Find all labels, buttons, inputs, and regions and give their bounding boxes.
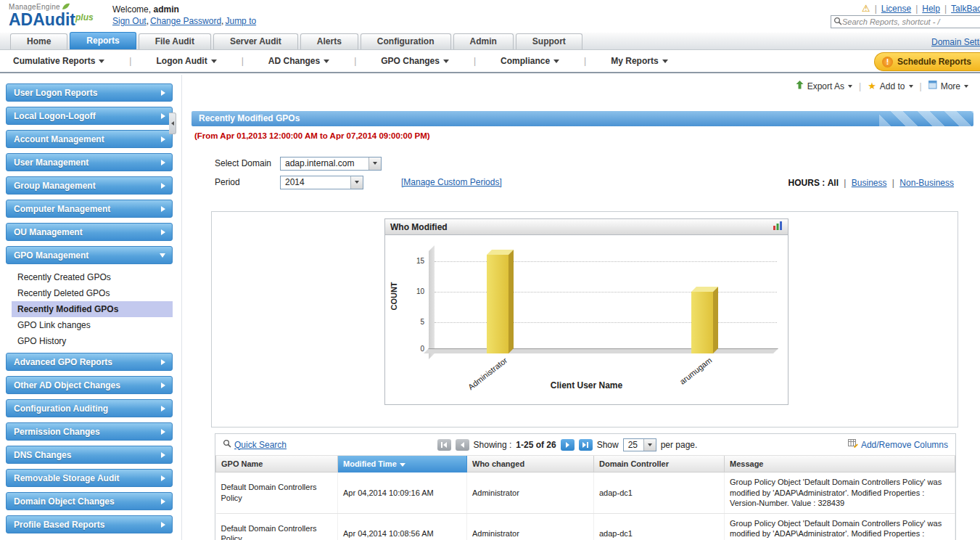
tab-admin[interactable]: Admin bbox=[453, 33, 514, 49]
hours-non-business-link[interactable]: Non-Business bbox=[899, 178, 954, 188]
chevron-down-icon bbox=[443, 60, 449, 63]
add-to-label: Add to bbox=[880, 81, 905, 91]
cell-message: Group Policy Object 'Default Domain Cont… bbox=[725, 513, 955, 540]
sidebar-item-other-ad-object-changes[interactable]: Other AD Object Changes bbox=[6, 376, 173, 394]
sidebar-item-label: Permission Changes bbox=[14, 427, 100, 437]
separator bbox=[920, 81, 922, 91]
sidebar-item-user-logon-reports[interactable]: User Logon Reports bbox=[6, 83, 173, 102]
search-input[interactable] bbox=[842, 17, 980, 26]
add-remove-columns[interactable]: Add/Remove Columns bbox=[848, 439, 948, 450]
domain-settings-link[interactable]: Domain Settings bbox=[931, 37, 980, 47]
sidebar-item-profile-based-reports[interactable]: Profile Based Reports bbox=[6, 515, 173, 533]
column-header-gpo-name[interactable]: GPO Name bbox=[216, 456, 338, 472]
subitem-gpo-history[interactable]: GPO History bbox=[12, 333, 173, 349]
report-actions-toolbar: Export As ★ Add to More bbox=[796, 81, 968, 91]
tab-support[interactable]: Support bbox=[516, 33, 582, 49]
gridline bbox=[435, 261, 777, 262]
column-header-modified-time[interactable]: Modified Time bbox=[338, 456, 467, 472]
sidebar-item-user-management[interactable]: User Management bbox=[6, 153, 173, 171]
help-link[interactable]: Help bbox=[922, 4, 940, 14]
tab-reports[interactable]: Reports bbox=[70, 32, 136, 49]
column-header-who-changed[interactable]: Who changed bbox=[467, 456, 594, 472]
select-arrow-button bbox=[643, 439, 656, 451]
add-to-button[interactable]: ★ Add to bbox=[868, 81, 913, 91]
menu-ad-changes[interactable]: AD Changes bbox=[268, 56, 329, 66]
gridline bbox=[435, 322, 777, 323]
sidebar-item-computer-management[interactable]: Computer Management bbox=[6, 200, 173, 218]
talkback-link[interactable]: TalkBack bbox=[951, 4, 980, 14]
prev-page-button[interactable] bbox=[456, 439, 469, 451]
tab-alerts[interactable]: Alerts bbox=[300, 33, 358, 49]
menu-gpo-changes[interactable]: GPO Changes bbox=[381, 56, 449, 66]
manage-custom-periods-link[interactable]: [Manage Custom Periods] bbox=[401, 177, 502, 187]
sidebar-item-label: User Management bbox=[14, 158, 88, 168]
next-page-button[interactable] bbox=[561, 439, 575, 451]
cell-gpo-name: Default Domain Controllers Policy bbox=[216, 472, 338, 514]
menu-logon-audit[interactable]: Logon Audit bbox=[156, 56, 216, 66]
first-page-button[interactable] bbox=[437, 439, 451, 451]
report-filters: Select Domain adap.internal.com Period 2… bbox=[215, 156, 502, 194]
hours-business-link[interactable]: Business bbox=[852, 178, 887, 188]
who-modified-chart: Who Modified COUNT 15 10 5 0 Admin bbox=[384, 218, 788, 405]
column-header-domain-controller[interactable]: Domain Controller bbox=[594, 456, 725, 472]
sign-out-link[interactable]: Sign Out bbox=[112, 16, 150, 26]
separator: | bbox=[875, 4, 877, 14]
tab-home[interactable]: Home bbox=[10, 33, 67, 49]
last-page-button[interactable] bbox=[579, 439, 593, 451]
select-arrow-button bbox=[350, 176, 363, 189]
sidebar-item-account-management[interactable]: Account Management bbox=[6, 130, 173, 148]
subitem-gpo-link-changes[interactable]: GPO Link changes bbox=[12, 317, 173, 333]
tab-configuration[interactable]: Configuration bbox=[361, 33, 451, 49]
change-password-link[interactable]: Change Password bbox=[150, 16, 225, 26]
y-axis-label: COUNT bbox=[390, 267, 398, 325]
chevron-down-icon bbox=[648, 443, 652, 446]
chevron-right-icon bbox=[161, 359, 165, 365]
menu-label: Logon Audit bbox=[156, 56, 207, 66]
sidebar-item-advanced-gpo-reports[interactable]: Advanced GPO Reports bbox=[6, 353, 173, 371]
hours-all[interactable]: All bbox=[828, 178, 839, 188]
reports-menubar: Cumulative Reports Logon Audit AD Change… bbox=[0, 50, 980, 73]
quick-search[interactable]: Quick Search bbox=[223, 439, 287, 450]
schedule-reports-button[interactable]: ! Schedule Reports bbox=[874, 52, 980, 71]
subitem-recently-created-gpos[interactable]: Recently Created GPOs bbox=[12, 269, 173, 285]
sort-desc-icon bbox=[400, 463, 405, 467]
table-row: Default Domain Controllers Policy Apr 04… bbox=[216, 472, 955, 514]
sidebar-collapse-handle[interactable] bbox=[169, 112, 176, 134]
menu-my-reports[interactable]: My Reports bbox=[611, 56, 667, 66]
license-link[interactable]: License bbox=[881, 4, 911, 14]
menu-compliance[interactable]: Compliance bbox=[501, 56, 559, 66]
chevron-right-icon bbox=[161, 113, 165, 119]
sidebar-item-configuration-auditing[interactable]: Configuration Auditing bbox=[6, 399, 173, 417]
next-page-icon bbox=[566, 442, 569, 448]
tab-server-audit[interactable]: Server Audit bbox=[213, 33, 298, 49]
more-label: More bbox=[941, 81, 960, 91]
menu-cumulative-reports[interactable]: Cumulative Reports bbox=[13, 56, 104, 66]
results-table-panel: Quick Search Showing : 1-25 of 26 Show 2… bbox=[215, 433, 956, 540]
more-button[interactable]: More bbox=[928, 81, 968, 91]
export-as-button[interactable]: Export As bbox=[796, 81, 852, 91]
app-logo[interactable]: ManageEngine ADAuditplus bbox=[9, 1, 94, 28]
sidebar-item-ou-management[interactable]: OU Management bbox=[6, 223, 173, 241]
column-header-message[interactable]: Message bbox=[725, 456, 955, 472]
chart-type-icon[interactable] bbox=[773, 221, 783, 232]
separator bbox=[242, 56, 244, 66]
sidebar-item-domain-object-changes[interactable]: Domain Object Changes bbox=[6, 492, 173, 510]
sidebar-item-dns-changes[interactable]: DNS Changes bbox=[6, 446, 173, 464]
chevron-down-icon bbox=[211, 60, 217, 63]
subitem-recently-modified-gpos[interactable]: Recently Modified GPOs bbox=[12, 301, 173, 317]
warning-icon[interactable]: ⚠ bbox=[862, 3, 870, 14]
tab-file-audit[interactable]: File Audit bbox=[139, 33, 211, 49]
sidebar-item-removable-storage-audit[interactable]: Removable Storage Audit bbox=[6, 469, 173, 487]
sidebar-item-local-logon-logoff[interactable]: Local Logon-Logoff bbox=[6, 107, 173, 125]
subitem-recently-deleted-gpos[interactable]: Recently Deleted GPOs bbox=[12, 285, 173, 301]
sidebar-item-permission-changes[interactable]: Permission Changes bbox=[6, 422, 173, 441]
period-label: Period bbox=[215, 177, 280, 187]
period-select[interactable]: 2014 bbox=[280, 176, 363, 189]
jump-to-link[interactable]: Jump to bbox=[225, 16, 256, 26]
sidebar-item-group-management[interactable]: Group Management bbox=[6, 176, 173, 195]
titlebar-decoration bbox=[879, 111, 973, 126]
sidebar-item-gpo-management[interactable]: GPO Management bbox=[6, 246, 173, 264]
page-size-select[interactable]: 25 bbox=[623, 438, 656, 451]
menu-label: AD Changes bbox=[268, 56, 320, 66]
domain-select[interactable]: adap.internal.com bbox=[280, 157, 382, 171]
